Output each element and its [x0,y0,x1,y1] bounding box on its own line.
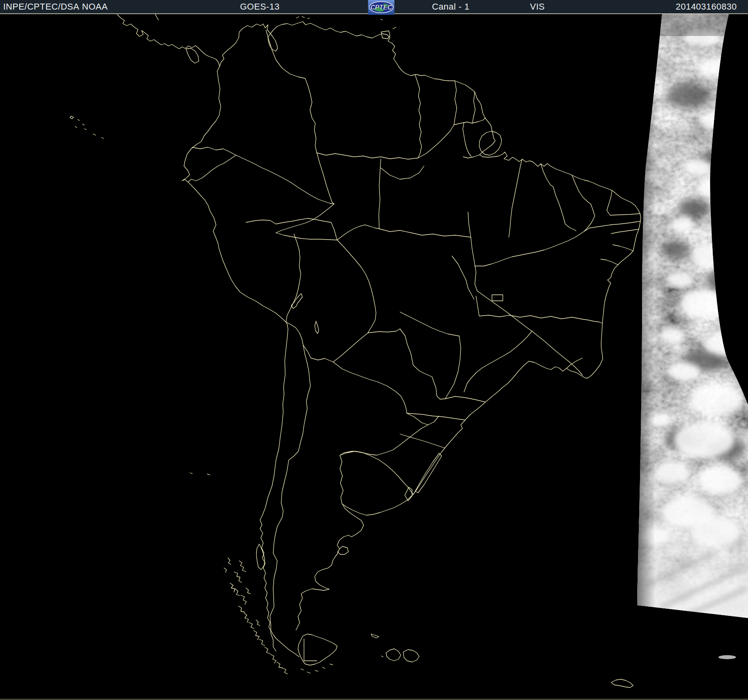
night-background [0,0,748,700]
satellite-image-viewer: INPE/CPTEC/DSA NOAA GOES-13 Canal - 1 VI… [0,0,748,700]
agency-label: INPE/CPTEC/DSA [3,1,79,12]
band-label: VIS [530,1,545,12]
timestamp-label: 201403160830 [676,1,737,12]
logo-text: CPTEC [370,4,392,11]
channel-label: Canal - 1 [432,1,470,12]
noaa-label: NOAA [82,1,108,12]
satellite-map [0,0,748,700]
satellite-label: GOES-13 [240,1,280,12]
small-cloud-fragment [718,655,736,659]
map-frame-bottom [0,699,748,700]
cptec-logo-icon: CPTEC [368,0,394,15]
